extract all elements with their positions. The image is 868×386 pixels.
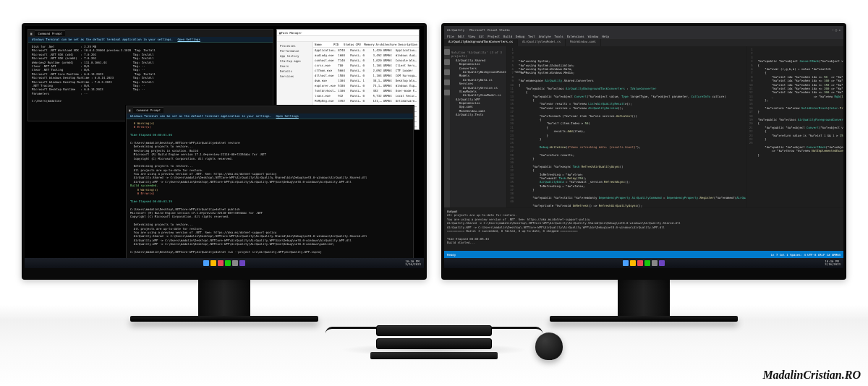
task-manager-title: Task Manager	[281, 31, 302, 35]
explorer-solution: Solution 'AirQuality' (3 of 3 projects)	[451, 51, 505, 59]
terminal-1-tab[interactable]: Command Prompt	[35, 30, 65, 36]
explorer-item[interactable]: AirQualityViewModel.cs	[451, 93, 505, 97]
tm-sidebar-item[interactable]: Users	[278, 64, 311, 69]
editor-tab[interactable]: AirQualityBackgroundTaskConverters.cs	[444, 39, 518, 46]
taskbar-icon[interactable]	[232, 260, 238, 266]
right-monitor: AirQuality - Microsoft Visual Studio — ▢…	[441, 23, 846, 322]
explorer-item[interactable]: AirQuality.Tests	[451, 113, 505, 116]
ide-titlebar[interactable]: AirQuality - Microsoft Visual Studio — ▢…	[444, 26, 843, 33]
menu-item[interactable]: Git	[479, 35, 484, 38]
editor-tab[interactable]: MainWindow.xaml	[566, 39, 601, 46]
task-manager-columns: NamePIDStatusCPUMemoryArchitectureDescri…	[313, 42, 419, 48]
menu-item[interactable]: Tools	[555, 35, 563, 38]
menu-item[interactable]: File	[447, 35, 454, 38]
ide-editor-tabs[interactable]: AirQualityBackgroundTaskConverters.csAir…	[444, 39, 843, 46]
tm-sidebar-item[interactable]: App history	[278, 53, 311, 59]
left-taskbar[interactable]: 10:36 PM 3/16/2023	[25, 258, 424, 268]
table-row[interactable]: dwm.exe1304Running138,104ARM64Desktop Wi…	[313, 78, 419, 83]
status-right: Ln 7 Col 1 Spaces: 4 UTF-8 CRLF C# ARM64	[771, 253, 841, 257]
terminal-1-banner: Windows Terminal can be set as the defau…	[28, 37, 273, 43]
menu-item[interactable]: Debug	[516, 35, 524, 38]
menu-item[interactable]: Build	[503, 35, 512, 38]
taskbar-icon[interactable]	[218, 260, 224, 266]
open-settings-link[interactable]: Open Settings	[178, 38, 200, 41]
right-screen: AirQuality - Microsoft Visual Studio — ▢…	[441, 23, 846, 280]
tm-sidebar-item[interactable]: Details	[278, 69, 311, 74]
ide-activity-bar[interactable]	[444, 46, 450, 207]
menu-item[interactable]: Help	[602, 35, 609, 38]
menu-item[interactable]: View	[468, 35, 475, 38]
taskbar-icon[interactable]	[637, 260, 643, 266]
ide-explorer[interactable]: Solution 'AirQuality' (3 of 3 projects)A…	[450, 46, 506, 207]
table-row[interactable]: MsMpEng.exe3492Running0121,096ARM64Antim…	[313, 98, 419, 103]
table-row[interactable]: ApplicationFrameHost8748Running01,420ARM…	[313, 48, 419, 53]
taskbar-icon[interactable]	[239, 260, 245, 266]
start-icon[interactable]	[623, 260, 629, 266]
left-screen: ▣ Command Prompt Windows Terminal can be…	[22, 23, 427, 280]
table-row[interactable]: conhost.exe7140Running01,020ARM64Console…	[313, 58, 419, 63]
status-left: Ready	[447, 253, 456, 257]
terminal-2-banner: Windows Terminal can be set as the defau…	[127, 113, 413, 119]
table-row[interactable]: audiodg.exe1608Running03,492ARM64Windows…	[313, 53, 419, 58]
terminal-window-2[interactable]: ▣ Command Prompt Windows Terminal can be…	[126, 106, 414, 263]
terminal-icon: ▣	[30, 32, 32, 35]
ide-output-panel[interactable]: Output All projects are up-to-date for r…	[444, 207, 843, 251]
tm-sidebar-item[interactable]: Startup apps	[278, 59, 311, 64]
terminal-1-titlebar[interactable]: ▣ Command Prompt	[28, 30, 273, 37]
left-clock[interactable]: 10:36 PM 3/16/2023	[405, 260, 421, 266]
table-row[interactable]: fontdrvhost.exe1100Running0452ARM64User-…	[313, 88, 419, 93]
menu-item[interactable]: Extensions	[567, 35, 584, 38]
table-row[interactable]: ctfmon.exe5664Running02,092ARM64CTF Load…	[313, 68, 419, 73]
git-icon[interactable]	[444, 69, 450, 75]
search-icon[interactable]	[444, 59, 450, 65]
menu-item[interactable]: Analyze	[539, 35, 551, 38]
terminal-2-tab[interactable]: Command Prompt	[133, 107, 163, 113]
task-manager-toolbar[interactable]	[277, 36, 419, 42]
right-clock[interactable]: 10:36 PM 3/16/2023	[825, 260, 841, 266]
ide-editor-right[interactable]: 1 2 3 4 5 6 7 8 9 10 11 12 13 14 15 16 1…	[746, 46, 843, 207]
watermark: MadalinCristian.RO	[762, 369, 861, 382]
debug-icon[interactable]	[444, 80, 450, 85]
tm-sidebar-item[interactable]: Processes	[278, 43, 311, 48]
open-settings-link[interactable]: Open Settings	[276, 114, 299, 118]
taskbar-icon[interactable]	[644, 260, 650, 266]
menu-item[interactable]: Edit	[458, 35, 465, 38]
menu-item[interactable]: Test	[528, 35, 535, 38]
extensions-icon[interactable]	[444, 90, 450, 95]
menu-item[interactable]: Window	[588, 35, 598, 38]
table-row[interactable]: dllhost.exe1580Running01,104ARM64COM Sur…	[313, 73, 419, 78]
tm-sidebar-item[interactable]: Services	[278, 74, 311, 79]
right-taskbar[interactable]: 10:36 PM 3/16/2023	[444, 258, 843, 268]
start-icon[interactable]	[203, 260, 209, 266]
taskbar-icon[interactable]	[630, 260, 636, 266]
taskbar-icon[interactable]	[210, 260, 216, 266]
editor-tab[interactable]: AirQualityViewModel.cs	[518, 39, 566, 46]
table-row[interactable]: lsass.exe932Running05,732ARM64Local Secu…	[313, 93, 419, 98]
table-row[interactable]: csrss.exe780Running01,104ARM64Client Ser…	[313, 63, 419, 68]
terminal-1-output: Disk for .Net : 2.25 MB Microsoft .NET W…	[28, 43, 273, 106]
terminal-icon: ▣	[129, 108, 130, 112]
explorer-icon[interactable]	[444, 49, 450, 55]
table-row[interactable]: explorer.exe5180Running074,180ARM64Windo…	[313, 83, 419, 88]
ide-menu-bar[interactable]: FileEditViewGitProjectBuildDebugTestAnal…	[444, 33, 843, 39]
ide-editor-left[interactable]: 1 2 3 4 5 6 7 8 9 10 11 12 13 14 15 16 1…	[506, 46, 746, 207]
ide-status-bar[interactable]: Ready Ln 7 Col 1 Spaces: 4 UTF-8 CRLF C#…	[444, 251, 843, 258]
ide-window[interactable]: AirQuality - Microsoft Visual Studio — ▢…	[444, 26, 843, 258]
terminal-2-titlebar[interactable]: ▣ Command Prompt	[127, 106, 413, 113]
taskbar-icon[interactable]	[652, 260, 658, 266]
menu-item[interactable]: Project	[488, 35, 500, 38]
tm-sidebar-item[interactable]: Performance	[278, 48, 311, 53]
window-controls[interactable]: — ▢ ✕	[832, 28, 841, 32]
ide-title: AirQuality - Microsoft Visual Studio	[447, 28, 510, 32]
taskbar-icon[interactable]	[659, 260, 665, 266]
mouse	[535, 333, 563, 360]
taskbar-icon[interactable]	[225, 260, 231, 266]
terminal-2-output: 0 Warning(s) 0 Error(s) Time Elapsed 00:…	[127, 119, 413, 256]
left-monitor: ▣ Command Prompt Windows Terminal can be…	[22, 23, 427, 322]
task-manager-titlebar[interactable]: ▦ Task Manager	[277, 30, 419, 36]
